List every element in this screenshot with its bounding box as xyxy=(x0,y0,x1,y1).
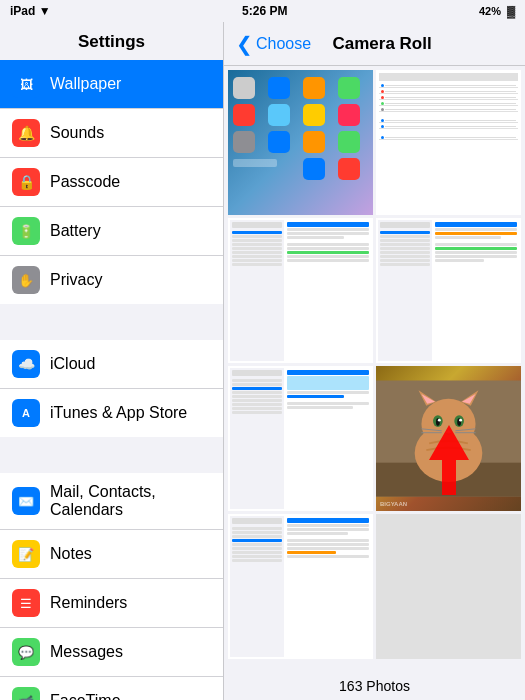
sidebar-label-notes: Notes xyxy=(50,545,92,563)
photo-cell-settings-1[interactable] xyxy=(376,70,521,215)
sidebar-section-1: 🖼 Wallpaper 🔔 Sounds 🔒 Passcode 🔋 Batter… xyxy=(0,60,223,304)
photo-row-1 xyxy=(228,70,521,215)
photo-cell-settings-split-4[interactable] xyxy=(228,514,373,659)
cat-photo xyxy=(376,366,521,511)
messages-icon: 💬 xyxy=(12,638,40,666)
sidebar-item-itunes[interactable]: A iTunes & App Store xyxy=(0,389,223,437)
camera-roll-header: ❮ Choose Camera Roll xyxy=(224,22,525,66)
photo-row-3: BIGYAAN xyxy=(228,366,521,511)
notes-icon: 📝 xyxy=(12,540,40,568)
section-divider-2 xyxy=(0,437,223,473)
sidebar-item-icloud[interactable]: ☁️ iCloud xyxy=(0,340,223,389)
sidebar-item-passcode[interactable]: 🔒 Passcode xyxy=(0,158,223,207)
sidebar-label-wallpaper: Wallpaper xyxy=(50,75,121,93)
photo-cell-ios-home[interactable] xyxy=(228,70,373,215)
sidebar-label-privacy: Privacy xyxy=(50,271,102,289)
photo-cell-cat[interactable]: BIGYAAN xyxy=(376,366,521,511)
sidebar-item-wallpaper[interactable]: 🖼 Wallpaper xyxy=(0,60,223,109)
svg-point-13 xyxy=(459,419,462,422)
bigyaan-watermark: BIGYAAN xyxy=(380,501,407,507)
ios-home-thumb xyxy=(228,70,373,215)
status-left: iPad ▼ xyxy=(10,4,51,18)
sidebar-label-passcode: Passcode xyxy=(50,173,120,191)
mail-icon: ✉️ xyxy=(12,487,40,515)
sidebar-item-mail[interactable]: ✉️ Mail, Contacts, Calendars xyxy=(0,473,223,530)
photo-cell-settings-split-3[interactable] xyxy=(228,366,373,511)
sidebar-section-3: ✉️ Mail, Contacts, Calendars 📝 Notes ☰ R… xyxy=(0,473,223,700)
battery-icon: ▓ xyxy=(507,5,515,17)
sidebar: Settings 🖼 Wallpaper 🔔 Sounds 🔒 Passcode… xyxy=(0,22,224,700)
chevron-left-icon: ❮ xyxy=(236,32,253,56)
section-divider-1 xyxy=(0,304,223,340)
sidebar-item-reminders[interactable]: ☰ Reminders xyxy=(0,579,223,628)
icloud-icon: ☁️ xyxy=(12,350,40,378)
wallpaper-icon: 🖼 xyxy=(12,70,40,98)
sidebar-item-sounds[interactable]: 🔔 Sounds xyxy=(0,109,223,158)
sidebar-section-2: ☁️ iCloud A iTunes & App Store xyxy=(0,340,223,437)
back-button[interactable]: ❮ Choose xyxy=(236,32,311,56)
sounds-icon: 🔔 xyxy=(12,119,40,147)
split-thumb-1 xyxy=(228,218,373,363)
battery-percent: 42% xyxy=(479,5,501,17)
battery-icon: 🔋 xyxy=(12,217,40,245)
sidebar-label-reminders: Reminders xyxy=(50,594,127,612)
back-label[interactable]: Choose xyxy=(256,35,311,53)
sidebar-item-privacy[interactable]: ✋ Privacy xyxy=(0,256,223,304)
photo-row-4 xyxy=(228,514,521,659)
passcode-icon: 🔒 xyxy=(12,168,40,196)
photo-cell-blank[interactable] xyxy=(376,514,521,659)
photo-cell-settings-split-2[interactable] xyxy=(376,218,521,363)
split-thumb-4 xyxy=(228,514,373,659)
sidebar-item-notes[interactable]: 📝 Notes xyxy=(0,530,223,579)
photo-cell-settings-split-1[interactable] xyxy=(228,218,373,363)
cat-svg xyxy=(376,366,521,511)
photo-count: 163 Photos xyxy=(224,672,525,700)
facetime-icon: 📹 xyxy=(12,687,40,700)
status-time: 5:26 PM xyxy=(242,4,287,18)
status-bar: iPad ▼ 5:26 PM 42% ▓ xyxy=(0,0,525,22)
svg-point-12 xyxy=(438,419,441,422)
reminders-icon: ☰ xyxy=(12,589,40,617)
sidebar-item-facetime[interactable]: 📹 FaceTime xyxy=(0,677,223,700)
split-thumb-2 xyxy=(376,218,521,363)
sidebar-label-sounds: Sounds xyxy=(50,124,104,142)
sidebar-item-messages[interactable]: 💬 Messages xyxy=(0,628,223,677)
sidebar-item-battery[interactable]: 🔋 Battery xyxy=(0,207,223,256)
sidebar-title: Settings xyxy=(0,22,223,60)
itunes-icon: A xyxy=(12,399,40,427)
sidebar-label-icloud: iCloud xyxy=(50,355,95,373)
split-thumb-3 xyxy=(228,366,373,511)
camera-roll-title: Camera Roll xyxy=(311,34,453,54)
right-panel: ❮ Choose Camera Roll xyxy=(224,22,525,700)
settings-thumb-1 xyxy=(376,70,521,215)
privacy-icon: ✋ xyxy=(12,266,40,294)
carrier-text: iPad ▼ xyxy=(10,4,51,18)
status-right: 42% ▓ xyxy=(479,5,515,17)
sidebar-label-facetime: FaceTime xyxy=(50,692,121,700)
photo-row-2 xyxy=(228,218,521,363)
sidebar-label-messages: Messages xyxy=(50,643,123,661)
sidebar-label-mail: Mail, Contacts, Calendars xyxy=(50,483,211,519)
sidebar-label-itunes: iTunes & App Store xyxy=(50,404,187,422)
sidebar-label-battery: Battery xyxy=(50,222,101,240)
photo-grid: BIGYAAN xyxy=(224,66,525,672)
